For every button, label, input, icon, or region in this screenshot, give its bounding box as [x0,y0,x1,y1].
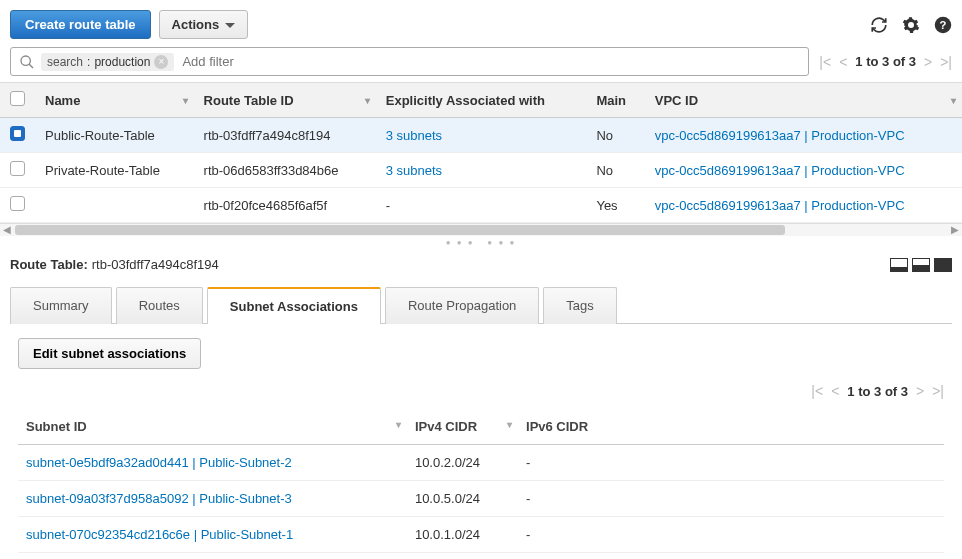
row-checkbox[interactable] [10,196,25,211]
scroll-left-icon[interactable]: ◀ [0,224,14,236]
page-prev-icon[interactable]: < [839,54,847,70]
search-input[interactable] [180,52,800,71]
col-subnet-id[interactable]: Subnet ID▾ [18,409,407,445]
actions-label: Actions [172,17,220,32]
layout-split-icon[interactable] [912,258,930,272]
page-next-icon[interactable]: > [924,54,932,70]
table-row[interactable]: subnet-070c92354cd216c6e | Public-Subnet… [18,517,944,553]
page-prev-icon[interactable]: < [831,383,839,399]
tab-summary[interactable]: Summary [10,287,112,324]
tab-route-propagation[interactable]: Route Propagation [385,287,539,324]
col-rtid-label: Route Table ID [204,93,294,108]
col-name-label: Name [45,93,80,108]
col-ipv6[interactable]: IPv6 CIDR [518,409,944,445]
cell-rtid: rtb-06d6583ff33d84b6e [194,153,376,188]
cell-subnet-link[interactable]: subnet-09a03f37d958a5092 | Public-Subnet… [18,481,407,517]
cell-ipv6: - [518,481,944,517]
help-icon[interactable]: ? [934,16,952,34]
tab-tags[interactable]: Tags [543,287,616,324]
table-row[interactable]: subnet-09a03f37d958a5092 | Public-Subnet… [18,481,944,517]
page-last-icon[interactable]: >| [932,383,944,399]
sort-caret-icon: ▾ [507,419,512,430]
page-first-icon[interactable]: |< [811,383,823,399]
table-row[interactable]: subnet-0e5bdf9a32ad0d441 | Public-Subnet… [18,445,944,481]
col-ipv6-label: IPv6 CIDR [526,419,588,434]
select-all-header[interactable] [0,83,35,118]
table-row[interactable]: Public-Route-Tablertb-03fdff7a494c8f1943… [0,118,962,153]
detail-label: Route Table: [10,257,88,272]
page-count: 1 to 3 of 3 [855,54,916,69]
svg-line-3 [29,64,33,68]
horizontal-scrollbar[interactable]: ◀ ▶ [0,224,962,236]
col-assoc[interactable]: Explicitly Associated with [376,83,587,118]
cell-vpc-link[interactable]: vpc-0cc5d869199613aa7 | Production-VPC [645,188,962,223]
row-checkbox[interactable] [10,161,25,176]
col-ipv4[interactable]: IPv4 CIDR▾ [407,409,518,445]
cell-assoc[interactable]: 3 subnets [376,153,587,188]
row-checkbox-cell[interactable] [0,188,35,223]
cell-assoc: - [376,188,587,223]
cell-subnet-link[interactable]: subnet-0e5bdf9a32ad0d441 | Public-Subnet… [18,445,407,481]
row-checkbox[interactable] [10,126,25,141]
gear-icon[interactable] [902,16,920,34]
cell-main: Yes [586,188,644,223]
edit-subnet-associations-button[interactable]: Edit subnet associations [18,338,201,369]
col-main-label: Main [596,93,626,108]
chevron-down-icon [225,17,235,32]
refresh-icon[interactable] [870,16,888,34]
col-assoc-label: Explicitly Associated with [386,93,545,108]
subnet-table: Subnet ID▾ IPv4 CIDR▾ IPv6 CIDR subnet-0… [18,409,944,553]
table-row[interactable]: Private-Route-Tablertb-06d6583ff33d84b6e… [0,153,962,188]
sort-caret-icon: ▾ [951,95,956,106]
cell-name: Private-Route-Table [35,153,194,188]
cell-main: No [586,118,644,153]
cell-ipv4: 10.0.2.0/24 [407,445,518,481]
top-pager: |< < 1 to 3 of 3 > >| [819,54,952,70]
cell-assoc[interactable]: 3 subnets [376,118,587,153]
row-checkbox-cell[interactable] [0,118,35,153]
cell-name: Public-Route-Table [35,118,194,153]
col-vpc-label: VPC ID [655,93,698,108]
cell-vpc-link[interactable]: vpc-0cc5d869199613aa7 | Production-VPC [645,118,962,153]
actions-button[interactable]: Actions [159,10,249,39]
cell-rtid: rtb-03fdff7a494c8f194 [194,118,376,153]
sort-caret-icon: ▾ [183,95,188,106]
page-next-icon[interactable]: > [916,383,924,399]
route-tables-table: Name▾ Route Table ID▾ Explicitly Associa… [0,82,962,223]
search-icon [19,54,35,70]
search-filter-tag: search: production × [41,53,174,71]
col-main[interactable]: Main [586,83,644,118]
col-ipv4-label: IPv4 CIDR [415,419,477,434]
page-last-icon[interactable]: >| [940,54,952,70]
resize-handle-icon[interactable]: ● ● ● ● ● ● [0,236,962,249]
col-rtid[interactable]: Route Table ID▾ [194,83,376,118]
tab-routes[interactable]: Routes [116,287,203,324]
detail-tabs: Summary Routes Subnet Associations Route… [10,286,952,324]
row-checkbox-cell[interactable] [0,153,35,188]
layout-full-icon[interactable] [934,258,952,272]
tab-subnet-associations[interactable]: Subnet Associations [207,287,381,324]
subnet-pager: |< < 1 to 3 of 3 > >| [811,383,944,399]
cell-ipv4: 10.0.5.0/24 [407,481,518,517]
cell-ipv4: 10.0.1.0/24 [407,517,518,553]
sort-caret-icon: ▾ [365,95,370,106]
create-route-table-button[interactable]: Create route table [10,10,151,39]
detail-value: rtb-03fdff7a494c8f194 [92,257,219,272]
remove-filter-icon[interactable]: × [154,55,168,69]
page-first-icon[interactable]: |< [819,54,831,70]
sort-caret-icon: ▾ [396,419,401,430]
search-box[interactable]: search: production × [10,47,809,76]
table-row[interactable]: rtb-0f20fce4685f6af5f-Yesvpc-0cc5d869199… [0,188,962,223]
cell-rtid: rtb-0f20fce4685f6af5f [194,188,376,223]
col-name[interactable]: Name▾ [35,83,194,118]
cell-vpc-link[interactable]: vpc-0cc5d869199613aa7 | Production-VPC [645,153,962,188]
top-toolbar: Create route table Actions ? [0,0,962,47]
scroll-right-icon[interactable]: ▶ [948,224,962,236]
col-subnet-label: Subnet ID [26,419,87,434]
filter-key: search [47,55,83,69]
cell-subnet-link[interactable]: subnet-070c92354cd216c6e | Public-Subnet… [18,517,407,553]
col-vpc[interactable]: VPC ID▾ [645,83,962,118]
layout-min-icon[interactable] [890,258,908,272]
cell-name [35,188,194,223]
scroll-thumb[interactable] [15,225,785,235]
